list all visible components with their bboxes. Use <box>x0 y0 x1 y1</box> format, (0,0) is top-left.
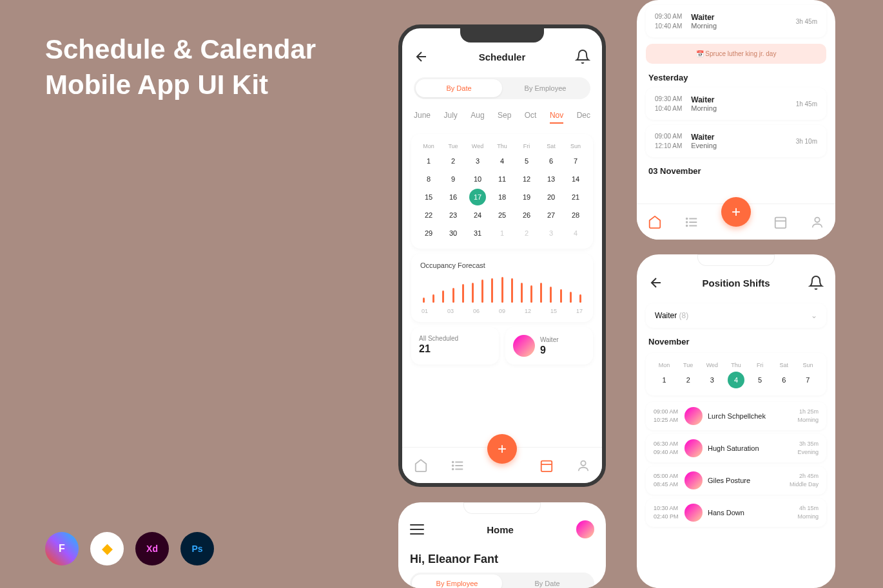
back-icon[interactable] <box>414 49 429 64</box>
calendar-day[interactable]: 18 <box>490 188 514 206</box>
by-date-tab[interactable]: By Date <box>502 574 592 588</box>
svg-rect-15 <box>775 217 786 228</box>
list-icon[interactable] <box>451 459 465 473</box>
calendar-day[interactable]: 10 <box>465 170 490 188</box>
calendar-day[interactable]: 25 <box>490 206 514 224</box>
calendar-day[interactable]: 3 <box>465 152 490 170</box>
by-employee-tab[interactable]: By Employee <box>412 574 502 588</box>
list-icon[interactable] <box>684 215 699 229</box>
calendar-day[interactable]: 1 <box>490 224 514 242</box>
view-segment: By Employee By Date <box>410 573 594 588</box>
all-scheduled-card[interactable]: All Scheduled 21 <box>411 327 499 365</box>
calendar-day[interactable]: 3 <box>700 371 724 389</box>
waiter-card[interactable]: Waiter 9 <box>505 327 593 365</box>
shift-item[interactable]: 09:00 AM12:10 AMWaiterEvening3h 10m <box>646 125 826 157</box>
add-button[interactable]: + <box>721 197 751 227</box>
view-segment: By Date By Employee <box>414 77 590 99</box>
calendar-day[interactable]: 4 <box>728 372 744 388</box>
position-filter[interactable]: Waiter (8) ⌄ <box>646 303 826 328</box>
calendar-day[interactable]: 1 <box>416 152 441 170</box>
month-option[interactable]: Aug <box>471 111 484 124</box>
by-employee-tab[interactable]: By Employee <box>502 79 588 97</box>
calendar-day[interactable]: 30 <box>441 224 465 242</box>
home-title: Home <box>487 524 514 535</box>
ps-icon: Ps <box>180 532 214 565</box>
calendar-day[interactable]: 26 <box>514 206 539 224</box>
svg-rect-6 <box>541 460 552 471</box>
calendar-day[interactable]: 21 <box>563 188 588 206</box>
avatar <box>684 504 703 522</box>
person-shift[interactable]: 10:30 AM02:40 PMHans Down4h 15mMorning <box>646 498 826 527</box>
bell-icon[interactable] <box>808 275 824 290</box>
month-option[interactable]: Dec <box>577 111 590 124</box>
calendar-day[interactable]: 9 <box>441 170 465 188</box>
bell-icon[interactable] <box>575 49 590 64</box>
sketch-icon: ◆ <box>90 532 124 565</box>
calendar-day[interactable]: 11 <box>490 170 514 188</box>
calendar-day[interactable]: 1 <box>652 371 676 389</box>
calendar-day[interactable]: 4 <box>563 224 588 242</box>
calendar-day[interactable]: 29 <box>416 224 441 242</box>
shift-item[interactable]: 09:30 AM10:40 AM WaiterMorning 3h 45m <box>646 5 826 37</box>
svg-point-14 <box>686 225 688 226</box>
tool-icons: F ◆ Xd Ps <box>45 532 214 565</box>
calendar-icon[interactable] <box>539 459 554 473</box>
calendar-day[interactable]: 15 <box>416 188 441 206</box>
calendar-day[interactable]: 8 <box>416 170 441 188</box>
scheduler-phone: Scheduler By Date By Employee June July … <box>398 24 606 487</box>
calendar-day[interactable]: 7 <box>563 152 588 170</box>
calendar-day[interactable]: 3 <box>539 224 563 242</box>
calendar-day[interactable]: 19 <box>514 188 539 206</box>
svg-point-12 <box>686 218 688 219</box>
month-option[interactable]: Sep <box>498 111 511 124</box>
person-shift[interactable]: 05:00 AM08:45 AMGiles Posture2h 45mMiddl… <box>646 466 826 495</box>
calendar-day[interactable]: 17 <box>469 189 486 205</box>
calendar-day[interactable]: 14 <box>563 170 588 188</box>
profile-icon[interactable] <box>576 459 590 473</box>
calendar-day[interactable]: 28 <box>563 206 588 224</box>
calendar-day[interactable]: 31 <box>465 224 490 242</box>
menu-icon[interactable] <box>410 524 424 535</box>
week-calendar: MonTueWedThuFriSatSun 1234567 <box>646 353 826 395</box>
calendar-day[interactable]: 24 <box>465 206 490 224</box>
avatar <box>684 471 703 489</box>
svg-point-13 <box>686 222 688 223</box>
calendar-day[interactable]: 20 <box>539 188 563 206</box>
home-icon[interactable] <box>648 215 662 229</box>
calendar-day[interactable]: 6 <box>772 371 796 389</box>
shifts-phone: 09:30 AM10:40 AM WaiterMorning 3h 45m 📅 … <box>637 0 835 240</box>
calendar-day[interactable]: 2 <box>514 224 539 242</box>
position-phone: Position Shifts Waiter (8) ⌄ November Mo… <box>637 254 835 588</box>
position-title: Position Shifts <box>703 278 770 289</box>
calendar-day[interactable]: 12 <box>514 170 539 188</box>
calendar-day[interactable]: 4 <box>490 152 514 170</box>
calendar-day[interactable]: 5 <box>514 152 539 170</box>
add-button[interactable]: + <box>487 434 517 464</box>
forecast-card: Occupancy Forecast 01030609121517 <box>411 254 593 322</box>
calendar-day[interactable]: 2 <box>676 371 700 389</box>
calendar-day[interactable]: 13 <box>539 170 563 188</box>
month-option[interactable]: Oct <box>525 111 537 124</box>
month-option[interactable]: June <box>414 111 431 124</box>
calendar-day[interactable]: 27 <box>539 206 563 224</box>
calendar-day[interactable]: 22 <box>416 206 441 224</box>
month-option-active[interactable]: Nov <box>550 111 563 124</box>
month-selector: June July Aug Sep Oct Nov Dec <box>402 106 602 129</box>
calendar-day[interactable]: 23 <box>441 206 465 224</box>
month-option[interactable]: July <box>443 111 457 124</box>
calendar-day[interactable]: 5 <box>748 371 772 389</box>
home-icon[interactable] <box>414 459 428 473</box>
shift-item[interactable]: 09:30 AM10:40 AMWaiterMorning1h 45m <box>646 88 826 120</box>
calendar-day[interactable]: 7 <box>796 371 820 389</box>
back-icon[interactable] <box>648 275 664 290</box>
avatar[interactable] <box>576 520 594 538</box>
profile-icon[interactable] <box>810 215 824 229</box>
calendar: MonTueWedThuFriSatSun 123456789101112131… <box>411 134 593 249</box>
person-shift[interactable]: 06:30 AM09:40 AMHugh Saturation3h 35mEve… <box>646 434 826 462</box>
calendar-icon[interactable] <box>773 215 788 229</box>
by-date-tab[interactable]: By Date <box>416 79 502 97</box>
calendar-day[interactable]: 2 <box>441 152 465 170</box>
calendar-day[interactable]: 16 <box>441 188 465 206</box>
person-shift[interactable]: 09:00 AM10:25 AMLurch Schpellchek1h 25mM… <box>646 402 826 430</box>
calendar-day[interactable]: 6 <box>539 152 563 170</box>
